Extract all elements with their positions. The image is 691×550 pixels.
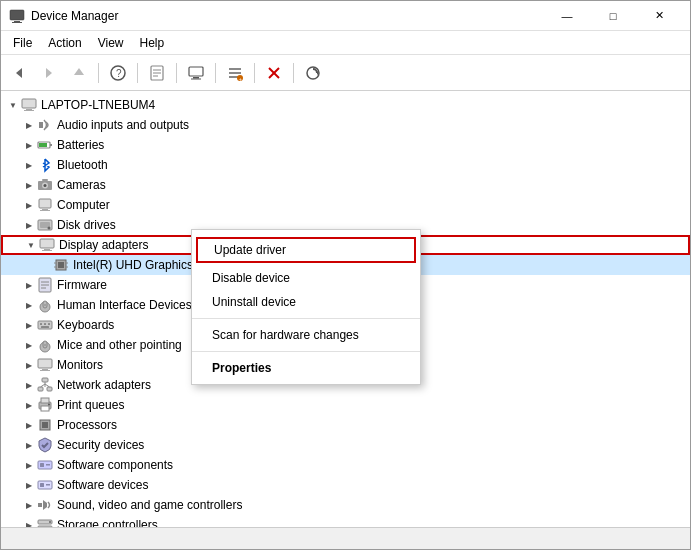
firmware-icon <box>37 277 53 293</box>
tree-item-software-dev[interactable]: ▶ Software devices <box>1 475 690 495</box>
tree-arrow-batteries: ▶ <box>21 141 37 150</box>
status-bar <box>1 527 690 549</box>
svg-text:?: ? <box>116 68 122 79</box>
properties-button[interactable] <box>143 59 171 87</box>
tree-arrow-audio: ▶ <box>21 121 37 130</box>
tree-arrow-software-dev: ▶ <box>21 481 37 490</box>
maximize-button[interactable]: □ <box>590 1 636 31</box>
context-properties[interactable]: Properties <box>192 356 420 380</box>
storage-icon <box>37 517 53 527</box>
delete-button[interactable] <box>260 59 288 87</box>
tree-arrow-computer: ▶ <box>21 201 37 210</box>
svg-rect-61 <box>41 326 49 328</box>
context-uninstall-device[interactable]: Uninstall device <box>192 290 420 314</box>
tree-label-processors: Processors <box>57 418 117 432</box>
svg-point-77 <box>48 404 50 406</box>
svg-rect-59 <box>44 323 46 325</box>
svg-marker-3 <box>16 68 22 78</box>
window-title: Device Manager <box>31 9 544 23</box>
svg-rect-35 <box>39 199 51 208</box>
show-hidden-button[interactable]: + <box>221 59 249 87</box>
back-button[interactable] <box>5 59 33 87</box>
svg-rect-29 <box>50 144 52 146</box>
svg-rect-37 <box>40 210 50 211</box>
tree-arrow-display: ▼ <box>23 241 39 250</box>
tree-item-sound[interactable]: ▶ Sound, video and game controllers <box>1 495 690 515</box>
svg-rect-14 <box>191 78 201 79</box>
svg-rect-42 <box>44 249 50 250</box>
menu-view[interactable]: View <box>90 34 132 52</box>
context-scan-hardware[interactable]: Scan for hardware changes <box>192 323 420 347</box>
svg-rect-76 <box>41 406 49 411</box>
security-icon <box>37 437 53 453</box>
tree-arrow-root: ▼ <box>5 101 21 110</box>
context-disable-device[interactable]: Disable device <box>192 266 420 290</box>
tree-arrow-mice: ▶ <box>21 341 37 350</box>
title-bar: Device Manager — □ ✕ <box>1 1 690 31</box>
menu-bar: File Action View Help <box>1 31 690 55</box>
tree-item-processors[interactable]: ▶ Processors <box>1 415 690 435</box>
context-menu: Update driver Disable device Uninstall d… <box>191 229 421 385</box>
svg-rect-82 <box>46 464 50 466</box>
tree-label-security: Security devices <box>57 438 144 452</box>
context-update-driver[interactable]: Update driver <box>196 237 416 263</box>
menu-help[interactable]: Help <box>132 34 173 52</box>
svg-rect-68 <box>42 378 48 382</box>
svg-rect-67 <box>40 370 50 371</box>
tree-item-root[interactable]: ▼ LAPTOP-LTNEBUM4 <box>1 95 690 115</box>
tree-label-display: Display adapters <box>59 238 148 252</box>
svg-point-33 <box>44 184 47 187</box>
svg-rect-26 <box>24 110 34 111</box>
forward-button[interactable] <box>35 59 63 87</box>
tree-item-computer[interactable]: ▶ Computer <box>1 195 690 215</box>
tree-arrow-hid: ▶ <box>21 301 37 310</box>
computer-icon <box>21 97 37 113</box>
svg-rect-12 <box>189 67 203 76</box>
window-controls: — □ ✕ <box>544 1 682 31</box>
svg-rect-34 <box>42 179 48 181</box>
tree-label-intel: Intel(R) UHD Graphics <box>73 258 193 272</box>
toolbar-separator-4 <box>215 63 216 83</box>
up-button[interactable] <box>65 59 93 87</box>
tree-item-bluetooth[interactable]: ▶ Bluetooth <box>1 155 690 175</box>
tree-label-firmware: Firmware <box>57 278 107 292</box>
close-button[interactable]: ✕ <box>636 1 682 31</box>
help-button[interactable]: ? <box>104 59 132 87</box>
toolbar-separator-5 <box>254 63 255 83</box>
tree-item-storage[interactable]: ▶ Storage controllers <box>1 515 690 527</box>
tree-arrow-security: ▶ <box>21 441 37 450</box>
tree-item-security[interactable]: ▶ Security devices <box>1 435 690 455</box>
software-comp-icon <box>37 457 53 473</box>
tree-arrow-storage: ▶ <box>21 521 37 528</box>
show-monitor-button[interactable] <box>182 59 210 87</box>
svg-rect-45 <box>58 262 64 268</box>
svg-rect-69 <box>38 387 43 391</box>
minimize-button[interactable]: — <box>544 1 590 31</box>
tree-arrow-monitors: ▶ <box>21 361 37 370</box>
tree-item-cameras[interactable]: ▶ Cameras <box>1 175 690 195</box>
tree-item-batteries[interactable]: ▶ Batteries <box>1 135 690 155</box>
svg-rect-27 <box>39 122 43 128</box>
tree-label-cameras: Cameras <box>57 178 106 192</box>
tree-item-audio[interactable]: ▶ Audio inputs and outputs <box>1 115 690 135</box>
svg-marker-4 <box>46 68 52 78</box>
computer-sm-icon <box>37 197 53 213</box>
sound-icon <box>37 497 53 513</box>
scan-button[interactable] <box>299 59 327 87</box>
tree-arrow-sound: ▶ <box>21 501 37 510</box>
main-content: ▼ LAPTOP-LTNEBUM4 ▶ <box>1 91 690 527</box>
menu-action[interactable]: Action <box>40 34 89 52</box>
svg-rect-25 <box>26 109 32 110</box>
toolbar: ? <box>1 55 690 91</box>
tree-item-software-comp[interactable]: ▶ Software components <box>1 455 690 475</box>
tree-arrow-keyboards: ▶ <box>21 321 37 330</box>
svg-rect-81 <box>40 463 44 467</box>
svg-rect-41 <box>40 239 54 248</box>
svg-point-40 <box>48 227 51 230</box>
menu-file[interactable]: File <box>5 34 40 52</box>
keyboard-icon <box>37 317 53 333</box>
tree-label-root: LAPTOP-LTNEBUM4 <box>41 98 155 112</box>
tree-item-printq[interactable]: ▶ Print queues <box>1 395 690 415</box>
svg-line-73 <box>45 384 50 387</box>
svg-rect-30 <box>39 143 47 147</box>
